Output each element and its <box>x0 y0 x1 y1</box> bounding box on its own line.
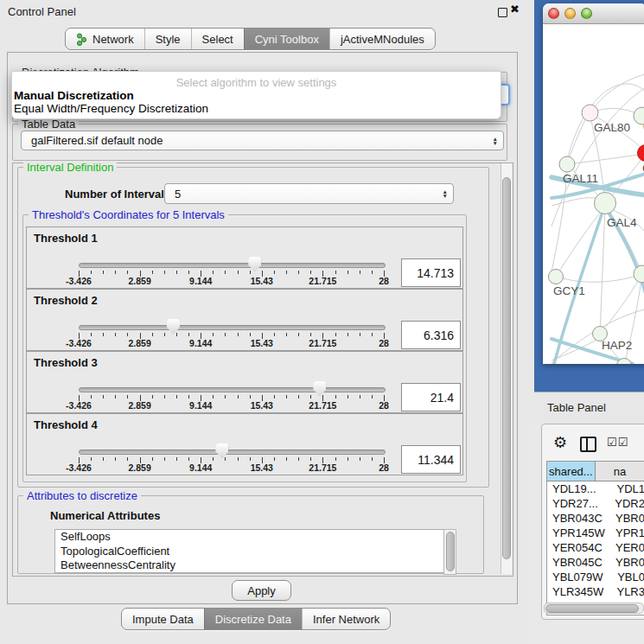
column-header-name[interactable]: na <box>596 462 644 481</box>
network-canvas[interactable]: GAL80GACGAL11GAL4GCY1HHAP2 <box>543 23 644 364</box>
attribute-list-item[interactable]: TopologicalCoefficient <box>55 545 444 559</box>
slider-tick <box>164 333 165 336</box>
tab-jactivemnodules[interactable]: jActiveMNodules <box>329 29 435 49</box>
slider-tick <box>286 457 287 461</box>
slider-tick <box>360 333 360 336</box>
tab-impute-data[interactable]: Impute Data <box>122 609 204 629</box>
attribute-list-item[interactable]: SelfLoops <box>55 530 444 545</box>
slider-tick <box>335 395 336 399</box>
slider-tick <box>213 333 214 336</box>
horizontal-scrollbar[interactable] <box>544 603 644 614</box>
slider-tick <box>115 333 116 336</box>
slider-scale-label: 9.144 <box>189 276 212 286</box>
threshold-2-block: Threshold 2 6.316 -3.4262.8599.14415.432… <box>26 289 463 351</box>
threshold-4-slider-track[interactable] <box>79 450 386 455</box>
dropdown-option-manual-discretization[interactable]: Manual Discretization <box>14 89 134 102</box>
vertical-scrollbar[interactable] <box>501 163 512 574</box>
network-node[interactable] <box>638 145 644 162</box>
cell-name: YDL1 <box>613 482 644 495</box>
slider-tick <box>225 395 226 399</box>
slider-tick <box>310 333 311 336</box>
tab-style[interactable]: Style <box>144 29 191 49</box>
table-row[interactable]: YER054CYER0 <box>547 540 644 555</box>
table-data-group-title: Table Data <box>18 118 79 131</box>
float-window-icon[interactable] <box>498 8 507 17</box>
slider-tick <box>348 395 348 399</box>
threshold-4-block: Threshold 4 11.344 -3.4262.8599.14415.43… <box>26 413 463 475</box>
close-icon[interactable]: ✖ <box>510 3 520 16</box>
slider-tick <box>250 395 251 399</box>
table-data-select[interactable]: galFiltered.sif default node ▲▼ <box>21 131 504 150</box>
column-header-shared-name[interactable]: shared... <box>547 462 596 481</box>
column-layout-icon[interactable] <box>580 437 596 452</box>
table-row[interactable]: YBR043CYBR0 <box>547 511 644 526</box>
cell-shared-name: YER054C <box>547 541 612 554</box>
network-node[interactable] <box>559 156 575 172</box>
network-node[interactable] <box>582 105 598 121</box>
slider-tick <box>213 271 214 274</box>
slider-tick <box>91 457 92 461</box>
checkbox-select-icons[interactable]: ☑☑ <box>607 436 628 449</box>
cell-shared-name: YPR145W <box>547 526 612 539</box>
network-node-label: GAL80 <box>594 121 630 134</box>
slider-tick <box>152 333 153 336</box>
table-row[interactable]: YBL079WYBL0 <box>547 570 644 584</box>
close-traffic-light-icon[interactable] <box>548 8 559 19</box>
node-attribute-table[interactable]: shared... na YDL19...YDL1YDR27...YDR2YBR… <box>546 461 644 615</box>
table-row[interactable]: YBR045CYBR0 <box>547 555 644 570</box>
slider-tick <box>225 333 226 336</box>
slider-tick <box>164 395 165 399</box>
table-row[interactable]: YDL19...YDL1 <box>547 481 644 496</box>
tab-select[interactable]: Select <box>191 29 244 49</box>
threshold-2-slider-track[interactable] <box>79 325 386 330</box>
network-node[interactable] <box>634 265 644 283</box>
slider-scale-label: 2.859 <box>128 338 150 348</box>
attributes-list-scrollbar[interactable] <box>443 529 456 575</box>
threshold-4-label: Threshold 4 <box>34 418 98 431</box>
slider-scale-label: 28 <box>379 462 389 473</box>
dropdown-option-equal-width-frequency[interactable]: Equal Width/Frequency Discretization <box>14 102 208 115</box>
tab-discretize-data[interactable]: Discretize Data <box>204 609 302 629</box>
threshold-2-value-field[interactable]: 6.316 <box>401 321 461 349</box>
numerical-attributes-list[interactable]: SelfLoopsTopologicalCoefficientBetweenne… <box>54 529 445 573</box>
table-panel-header: Table Panel <box>534 392 644 422</box>
network-node[interactable] <box>595 193 616 214</box>
threshold-3-slider-handle[interactable] <box>313 381 326 397</box>
tab-network[interactable]: Network <box>66 29 144 49</box>
table-row[interactable]: YPR145WYPR1 <box>547 526 644 540</box>
horizontal-scrollbar-thumb[interactable] <box>545 604 639 613</box>
threshold-4-value-field[interactable]: 11.344 <box>401 445 461 474</box>
network-node-label: GAL11 <box>563 172 598 185</box>
slider-tick <box>372 395 373 399</box>
threshold-1-value-field[interactable]: 14.713 <box>401 258 461 287</box>
network-node-label: GAL4 <box>607 216 637 229</box>
attributes-list-scrollbar-thumb[interactable] <box>446 532 455 571</box>
slider-tick <box>115 457 116 461</box>
zoom-traffic-light-icon[interactable] <box>581 8 592 19</box>
attribute-list-item[interactable]: BetweennessCentrality <box>55 558 444 573</box>
number-of-intervals-spinner[interactable]: 5 ▲▼ <box>164 183 454 204</box>
threshold-3-slider-track[interactable] <box>79 387 386 392</box>
slider-tick <box>250 333 251 336</box>
network-node[interactable] <box>549 270 564 284</box>
tab-infer-network[interactable]: Infer Network <box>302 609 390 629</box>
vertical-scrollbar-thumb[interactable] <box>502 177 511 559</box>
slider-tick <box>176 271 177 274</box>
slider-tick <box>188 395 189 399</box>
threshold-2-slider-handle[interactable] <box>167 319 180 335</box>
slider-tick <box>286 333 287 336</box>
threshold-3-value-field[interactable]: 21.4 <box>401 383 461 411</box>
gear-icon[interactable]: ⚙ <box>553 433 567 452</box>
slider-tick <box>238 271 239 274</box>
table-row[interactable]: YLR345WYLR3 <box>547 584 644 599</box>
table-row[interactable]: YDR27...YDR2 <box>547 496 644 511</box>
cell-name: YBR0 <box>612 556 644 569</box>
cell-shared-name: YDL19... <box>547 482 613 495</box>
slider-tick <box>127 271 128 274</box>
tab-cyni-toolbox[interactable]: Cyni Toolbox <box>244 29 329 49</box>
slider-scale-label: 15.43 <box>251 338 273 348</box>
threshold-1-slider-track[interactable] <box>79 263 386 268</box>
apply-button[interactable]: Apply <box>232 580 291 601</box>
minimize-traffic-light-icon[interactable] <box>564 8 576 19</box>
threshold-4-slider-handle[interactable] <box>215 443 228 459</box>
